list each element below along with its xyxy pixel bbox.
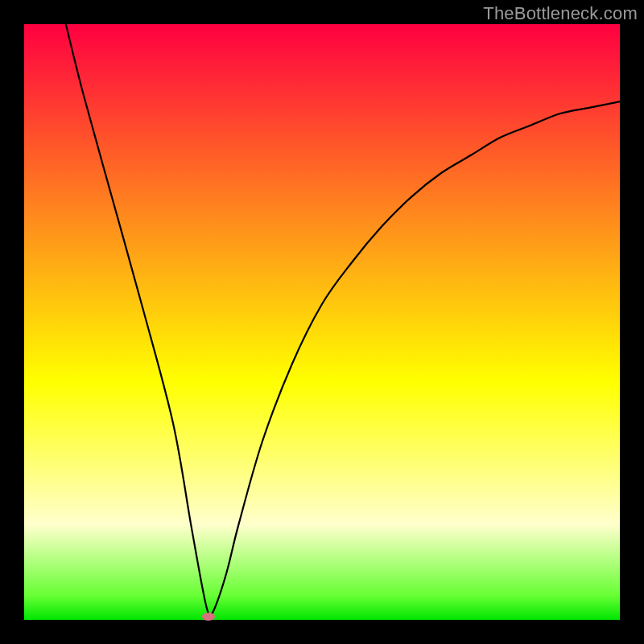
chart-frame: TheBottleneck.com [0,0,644,644]
plot-area [24,24,620,620]
bottleneck-curve [24,24,620,620]
watermark-text: TheBottleneck.com [483,3,638,24]
minimum-marker [202,613,215,621]
curve-path [66,24,620,615]
